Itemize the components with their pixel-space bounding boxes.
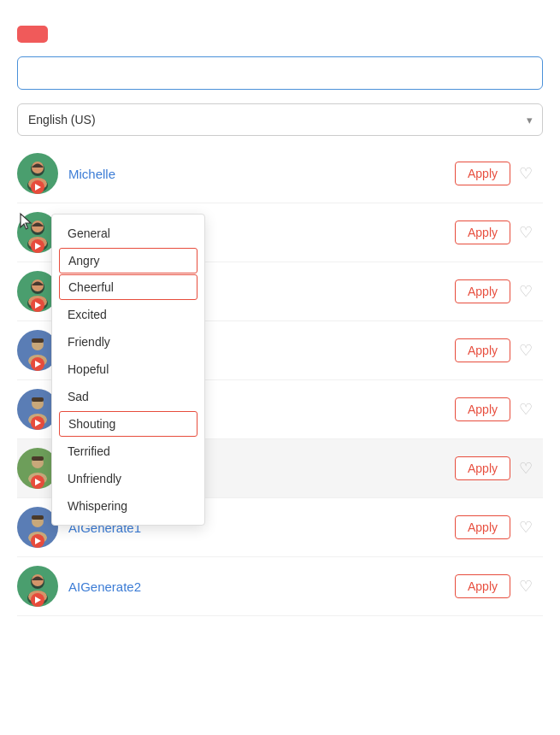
avatar (17, 153, 58, 194)
apply-button[interactable]: Apply (455, 456, 510, 480)
favorite-button[interactable]: ♡ (517, 341, 534, 360)
dropdown-item[interactable]: Sad (52, 383, 204, 410)
favorite-button[interactable]: ♡ (517, 282, 534, 301)
dropdown-item[interactable]: Angry (59, 248, 197, 273)
favorite-button[interactable]: ♡ (517, 164, 534, 183)
voice-row: MichelleApply♡ (17, 144, 543, 203)
voice-actions: Apply♡ (455, 162, 534, 185)
apply-button[interactable]: Apply (455, 279, 510, 303)
play-button[interactable] (31, 416, 44, 430)
tone-dropdown: GeneralAngryCheerfulExcitedFriendlyHopef… (51, 214, 205, 526)
dropdown-item[interactable]: Hopeful (52, 356, 204, 383)
dropdown-item[interactable]: Shouting (59, 411, 197, 437)
voice-name: AIGenerate2 (68, 579, 455, 594)
play-icon (35, 597, 41, 603)
language-select[interactable]: English (US) English (UK) Spanish French… (17, 103, 543, 136)
favorite-button[interactable]: ♡ (517, 518, 534, 537)
favorite-button[interactable]: ♡ (517, 223, 534, 242)
play-icon (35, 302, 41, 309)
svg-rect-30 (32, 515, 44, 520)
dropdown-item[interactable]: Cheerful (59, 274, 197, 300)
play-button[interactable] (31, 475, 44, 489)
play-icon (35, 479, 41, 485)
avatar (17, 566, 58, 607)
voice-actions: Apply♡ (455, 279, 534, 303)
voice-actions: Apply♡ (455, 515, 534, 539)
dropdown-item[interactable]: Unfriendly (52, 465, 204, 492)
voice-row: AIGenerate2Apply♡ (17, 557, 543, 616)
dropdown-item[interactable]: General (52, 220, 204, 247)
play-button[interactable] (31, 357, 44, 371)
dropdown-item[interactable]: Friendly (52, 328, 204, 356)
apply-button[interactable]: Apply (455, 162, 510, 185)
play-icon (35, 538, 41, 544)
play-button[interactable] (31, 534, 44, 548)
play-button[interactable] (31, 593, 44, 607)
voice-info: AIGenerate2 (58, 579, 455, 594)
play-icon (35, 243, 41, 250)
apply-button[interactable]: Apply (455, 397, 510, 421)
play-button[interactable] (31, 298, 44, 312)
apply-button[interactable]: Apply (455, 515, 510, 539)
dropdown-item[interactable]: Whispering (52, 492, 204, 520)
voice-info: Michelle (58, 167, 455, 181)
play-icon (35, 361, 41, 368)
apply-button[interactable]: Apply (455, 338, 510, 362)
play-icon (35, 420, 41, 426)
whats-new-bar[interactable] (17, 56, 543, 90)
voice-actions: Apply♡ (455, 338, 534, 362)
normal-editor-button[interactable] (17, 26, 48, 43)
voice-name: Michelle (68, 167, 455, 181)
favorite-button[interactable]: ♡ (517, 577, 534, 596)
voice-actions: Apply♡ (455, 397, 534, 421)
play-button[interactable] (31, 180, 44, 194)
favorite-button[interactable]: ♡ (517, 400, 534, 419)
play-icon (35, 184, 41, 191)
voice-actions: Apply♡ (455, 220, 534, 244)
svg-rect-26 (32, 456, 44, 461)
favorite-button[interactable]: ♡ (517, 459, 534, 478)
apply-button[interactable]: Apply (455, 574, 510, 598)
voice-actions: Apply♡ (455, 574, 534, 598)
dropdown-item[interactable]: Excited (52, 301, 204, 328)
svg-rect-18 (32, 338, 44, 343)
dropdown-item[interactable]: Terrified (52, 438, 204, 465)
svg-rect-22 (32, 397, 44, 402)
voice-actions: Apply♡ (455, 456, 534, 480)
play-button[interactable] (31, 239, 44, 253)
apply-button[interactable]: Apply (455, 220, 510, 244)
language-select-wrapper: English (US) English (UK) Spanish French… (17, 103, 543, 136)
